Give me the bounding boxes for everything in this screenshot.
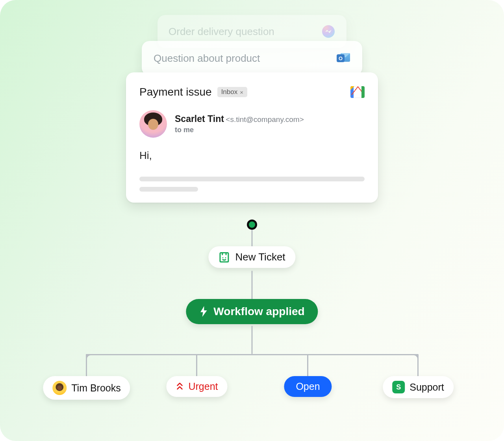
connector-line	[417, 354, 419, 378]
assignee-avatar	[52, 381, 67, 395]
connector-line	[196, 354, 197, 378]
priority-chip[interactable]: Urgent	[166, 376, 227, 397]
group-chip[interactable]: S Support	[383, 376, 454, 398]
email-body-greeting: Hi,	[139, 149, 365, 162]
svg-point-0	[222, 257, 224, 258]
status-chip[interactable]: Open	[284, 376, 332, 397]
ticket-icon	[219, 251, 230, 263]
email-title: Order delivery question	[169, 26, 274, 38]
priority-label: Urgent	[188, 381, 218, 392]
email-title: Question about product	[154, 52, 260, 65]
connector-branch-bar	[86, 354, 418, 355]
connector-line	[86, 354, 87, 378]
email-card-front: Payment issue Inbox × Scarlet Tint <s.ti…	[126, 72, 378, 203]
connector-line	[252, 271, 253, 302]
group-label: Support	[410, 382, 444, 393]
svg-point-1	[225, 257, 226, 258]
workflow-diagram: Order delivery question Question about p…	[0, 0, 504, 441]
group-badge-icon: S	[392, 381, 405, 393]
connector-line	[252, 326, 253, 354]
assignee-chip[interactable]: Tim Brooks	[43, 376, 130, 400]
status-label: Open	[296, 381, 320, 392]
gmail-icon	[350, 85, 365, 99]
flow-start-node	[247, 220, 257, 230]
priority-urgent-icon	[176, 382, 183, 391]
sender-name: Scarlet Tint	[175, 114, 224, 124]
text-placeholder-line	[139, 177, 365, 181]
text-placeholder-line	[139, 187, 198, 192]
inbox-chip[interactable]: Inbox ×	[217, 87, 247, 97]
workflow-applied-pill[interactable]: Workflow applied	[186, 299, 318, 324]
inbox-chip-label: Inbox	[221, 88, 238, 96]
messenger-icon	[321, 24, 335, 39]
outlook-icon: O	[336, 51, 350, 65]
close-icon[interactable]: ×	[240, 89, 243, 96]
email-card-mid: Question about product O	[142, 41, 362, 76]
new-ticket-label: New Ticket	[235, 251, 285, 263]
assignee-name: Tim Brooks	[71, 382, 120, 394]
new-ticket-pill[interactable]: New Ticket	[208, 246, 295, 268]
workflow-label: Workflow applied	[213, 305, 304, 318]
sender-email: <s.tint@company.com>	[226, 115, 304, 124]
connector-line	[307, 354, 308, 378]
sender-avatar	[139, 110, 167, 138]
lightning-icon	[199, 306, 208, 317]
email-title: Payment issue	[139, 86, 212, 98]
recipient-line: to me	[175, 126, 304, 134]
sender-row: Scarlet Tint <s.tint@company.com> to me	[139, 110, 365, 138]
